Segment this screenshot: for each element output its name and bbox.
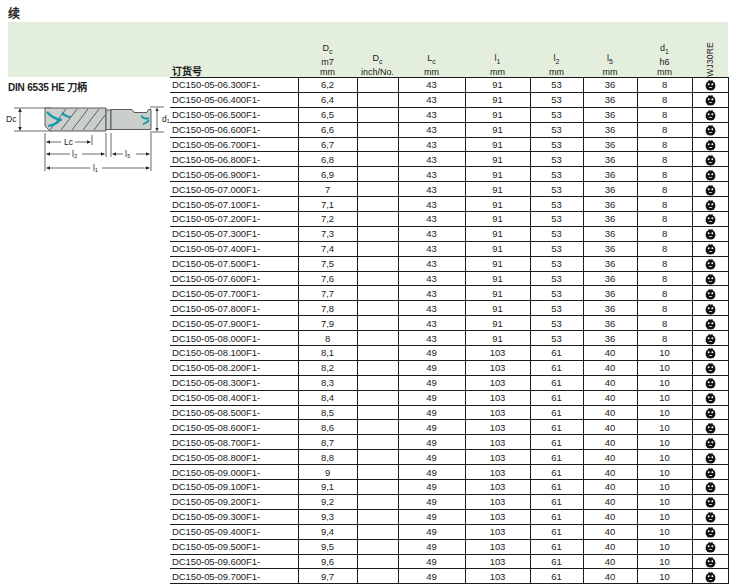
cell-l1: 103 (465, 346, 530, 361)
cell-l1: 91 (465, 182, 530, 197)
cell-order: DC150-05-06.700F1- (170, 137, 298, 152)
cell-lc: 49 (398, 405, 465, 420)
cell-order: DC150-05-06.800F1- (170, 152, 298, 167)
cell-order: DC150-05-06.400F1- (170, 92, 298, 107)
cell-order: DC150-05-07.400F1- (170, 241, 298, 256)
cell-dc_m7: 8,4 (298, 390, 357, 405)
cell-d1: 8 (637, 182, 692, 197)
cell-l2: 53 (530, 167, 583, 182)
cell-dc_inch (357, 569, 398, 584)
dim-label-lc: Lc (64, 137, 74, 147)
stopwatch-icon (705, 482, 716, 493)
header-grade-wj30re: WJ30RE (692, 22, 728, 78)
cell-order: DC150-05-09.100F1- (170, 480, 298, 495)
stopwatch-icon (705, 542, 716, 553)
cell-dc_inch (357, 524, 398, 539)
cell-wj30re (692, 182, 728, 197)
table-body: DC150-05-06.300F1-6,2439153368 DC150-05-… (170, 78, 728, 584)
cell-dc_inch (357, 226, 398, 241)
cell-l1: 103 (465, 420, 530, 435)
cell-d1: 8 (637, 286, 692, 301)
cell-d1: 8 (637, 167, 692, 182)
cell-l1: 103 (465, 405, 530, 420)
cell-l5: 36 (583, 152, 637, 167)
cell-order: DC150-05-07.800F1- (170, 301, 298, 316)
cell-wj30re (692, 420, 728, 435)
cell-dc_m7: 7,6 (298, 271, 357, 286)
cell-dc_m7: 9,4 (298, 524, 357, 539)
cell-dc_inch (357, 212, 398, 227)
stopwatch-icon (705, 244, 716, 255)
cell-l2: 61 (530, 569, 583, 584)
cell-wj30re (692, 405, 728, 420)
cell-l5: 36 (583, 286, 637, 301)
cell-l2: 61 (530, 509, 583, 524)
cell-lc: 43 (398, 152, 465, 167)
cell-dc_m7: 9,2 (298, 494, 357, 509)
cell-lc: 49 (398, 346, 465, 361)
cell-d1: 8 (637, 122, 692, 137)
cell-lc: 49 (398, 360, 465, 375)
stopwatch-icon (705, 572, 716, 583)
cell-lc: 43 (398, 301, 465, 316)
stopwatch-icon (705, 527, 716, 538)
cell-lc: 49 (398, 494, 465, 509)
cell-l2: 53 (530, 241, 583, 256)
cell-dc_m7: 7 (298, 182, 357, 197)
cell-wj30re (692, 107, 728, 122)
cell-order: DC150-05-09.200F1- (170, 494, 298, 509)
cell-l2: 61 (530, 554, 583, 569)
cell-l2: 53 (530, 212, 583, 227)
cell-wj30re (692, 480, 728, 495)
cell-order: DC150-05-08.600F1- (170, 420, 298, 435)
cell-wj30re (692, 137, 728, 152)
table-row: DC150-05-09.700F1-9,749103614010 (170, 569, 728, 584)
cell-d1: 10 (637, 360, 692, 375)
cell-wj30re (692, 450, 728, 465)
cell-l5: 36 (583, 331, 637, 346)
cell-dc_m7: 9 (298, 465, 357, 480)
cell-l1: 103 (465, 390, 530, 405)
dim-label-dc: Dc (6, 114, 17, 124)
cell-order: DC150-05-07.300F1- (170, 226, 298, 241)
cell-d1: 8 (637, 197, 692, 212)
cell-d1: 10 (637, 569, 692, 584)
cell-wj30re (692, 465, 728, 480)
cell-wj30re (692, 524, 728, 539)
cell-lc: 43 (398, 212, 465, 227)
cell-d1: 10 (637, 524, 692, 539)
stopwatch-icon (705, 497, 716, 508)
cell-lc: 43 (398, 241, 465, 256)
cell-l5: 40 (583, 465, 637, 480)
page-title: 续 (8, 4, 20, 21)
cell-d1: 10 (637, 450, 692, 465)
cell-d1: 8 (637, 241, 692, 256)
cell-l1: 103 (465, 524, 530, 539)
cell-order: DC150-05-09.500F1- (170, 539, 298, 554)
cell-l2: 61 (530, 390, 583, 405)
cell-order: DC150-05-06.600F1- (170, 122, 298, 137)
cell-l5: 40 (583, 569, 637, 584)
catalog-table: 订货号 Dc m7 mm Dc inch/No. Lc mm l1 mm (170, 22, 729, 584)
cell-lc: 49 (398, 524, 465, 539)
cell-l5: 36 (583, 271, 637, 286)
cell-dc_inch (357, 375, 398, 390)
cell-dc_inch (357, 241, 398, 256)
cell-order: DC150-05-09.000F1- (170, 465, 298, 480)
cell-l2: 53 (530, 137, 583, 152)
cell-dc_m7: 6,5 (298, 107, 357, 122)
cell-dc_m7: 7,2 (298, 212, 357, 227)
cell-d1: 10 (637, 554, 692, 569)
cell-wj30re (692, 167, 728, 182)
cell-dc_inch (357, 465, 398, 480)
cell-wj30re (692, 286, 728, 301)
cell-dc_m7: 7,5 (298, 256, 357, 271)
cell-l2: 53 (530, 286, 583, 301)
cell-dc_inch (357, 107, 398, 122)
cell-lc: 49 (398, 390, 465, 405)
cell-l5: 40 (583, 346, 637, 361)
cell-dc_m7: 8,7 (298, 435, 357, 450)
cell-order: DC150-05-08.200F1- (170, 360, 298, 375)
cell-l2: 53 (530, 316, 583, 331)
cell-lc: 49 (398, 554, 465, 569)
